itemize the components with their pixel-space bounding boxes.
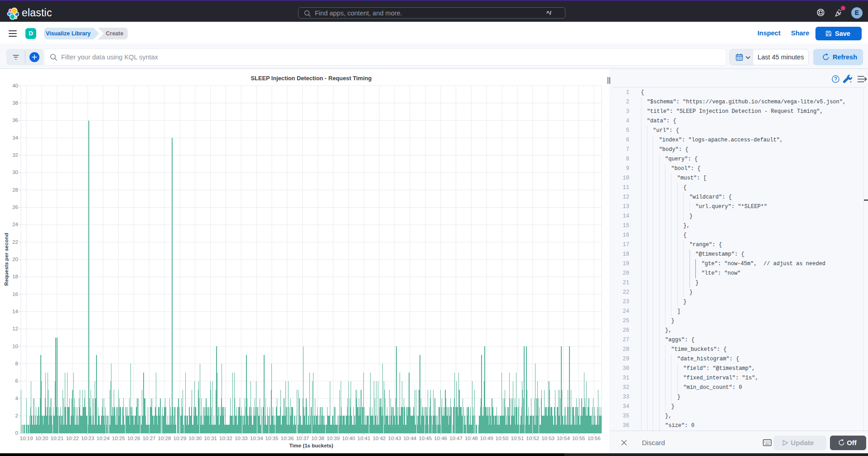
svg-text:10:52: 10:52 (526, 436, 539, 441)
svg-text:28: 28 (12, 187, 18, 193)
svg-text:10:25: 10:25 (112, 436, 125, 441)
svg-text:40: 40 (12, 83, 18, 88)
svg-text:10:21: 10:21 (51, 436, 64, 441)
svg-text:10:54: 10:54 (557, 436, 570, 441)
svg-text:0: 0 (15, 430, 18, 436)
svg-text:24: 24 (12, 222, 18, 227)
svg-text:10:38: 10:38 (311, 436, 324, 441)
svg-text:10:49: 10:49 (480, 436, 493, 441)
svg-text:10:44: 10:44 (403, 436, 416, 441)
svg-text:22: 22 (12, 239, 18, 245)
svg-text:10:19: 10:19 (20, 436, 33, 441)
svg-text:32: 32 (12, 152, 18, 158)
svg-text:6: 6 (15, 378, 18, 383)
svg-text:Time (1s buckets): Time (1s buckets) (289, 443, 333, 448)
svg-text:10:48: 10:48 (465, 436, 478, 441)
svg-text:4: 4 (15, 396, 19, 401)
svg-text:10:45: 10:45 (419, 436, 432, 441)
svg-text:26: 26 (12, 204, 18, 210)
svg-text:10:51: 10:51 (511, 436, 524, 441)
svg-text:10:22: 10:22 (66, 436, 79, 441)
svg-text:14: 14 (12, 309, 18, 314)
svg-text:10:41: 10:41 (357, 436, 371, 441)
svg-text:10:31: 10:31 (204, 436, 217, 441)
svg-text:10:42: 10:42 (373, 436, 386, 441)
svg-text:10:34: 10:34 (250, 436, 263, 441)
svg-text:10: 10 (12, 344, 18, 349)
svg-text:10:33: 10:33 (235, 436, 248, 441)
svg-text:10:36: 10:36 (281, 436, 294, 441)
svg-text:2: 2 (15, 413, 18, 418)
svg-text:10:29: 10:29 (174, 436, 187, 441)
svg-text:10:50: 10:50 (496, 436, 509, 441)
svg-text:SLEEP Injection Detection - Re: SLEEP Injection Detection - Request Timi… (251, 75, 372, 82)
svg-text:10:39: 10:39 (327, 436, 340, 441)
svg-text:34: 34 (12, 135, 18, 141)
svg-text:10:43: 10:43 (388, 436, 401, 441)
svg-text:8: 8 (15, 361, 18, 366)
svg-text:Requests per second: Requests per second (4, 233, 9, 286)
svg-text:10:26: 10:26 (127, 436, 140, 441)
svg-text:10:30: 10:30 (188, 436, 202, 441)
svg-text:10:46: 10:46 (434, 436, 447, 441)
svg-text:10:20: 10:20 (35, 436, 48, 441)
svg-text:38: 38 (12, 100, 18, 106)
svg-text:10:23: 10:23 (81, 436, 94, 441)
svg-text:10:40: 10:40 (342, 436, 355, 441)
svg-text:10:55: 10:55 (572, 436, 585, 441)
svg-text:10:37: 10:37 (296, 436, 309, 441)
svg-text:10:56: 10:56 (588, 436, 601, 441)
svg-text:10:47: 10:47 (449, 436, 463, 441)
svg-text:16: 16 (12, 291, 18, 297)
svg-text:36: 36 (12, 117, 18, 123)
svg-text:10:35: 10:35 (265, 436, 279, 441)
svg-text:10:53: 10:53 (541, 436, 555, 441)
svg-text:18: 18 (12, 274, 18, 279)
svg-text:10:24: 10:24 (96, 436, 110, 441)
svg-text:10:32: 10:32 (219, 436, 232, 441)
svg-text:10:28: 10:28 (158, 436, 171, 441)
svg-text:30: 30 (12, 170, 18, 175)
svg-text:10:27: 10:27 (143, 436, 156, 441)
svg-text:20: 20 (12, 257, 18, 262)
svg-text:12: 12 (12, 326, 18, 331)
